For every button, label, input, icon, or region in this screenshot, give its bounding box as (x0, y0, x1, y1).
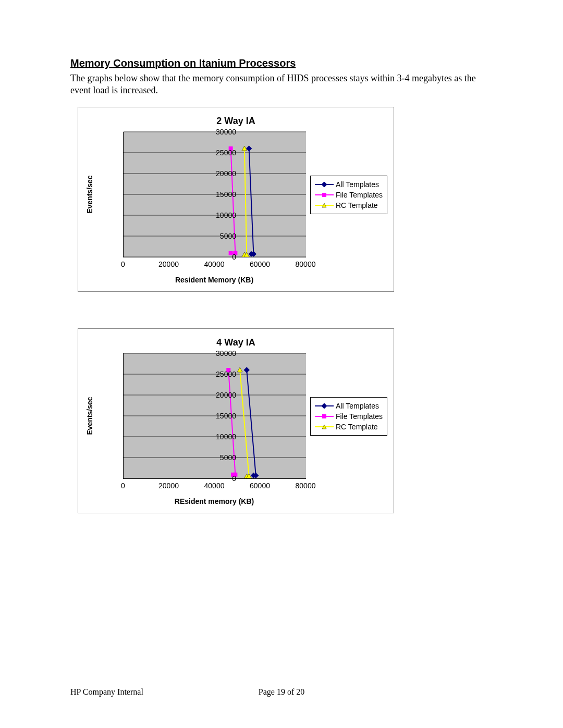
x-tick-label: 20000 (158, 260, 179, 268)
svg-rect-19 (322, 193, 326, 197)
svg-rect-17 (321, 182, 327, 187)
x-tick-label: 80000 (296, 482, 316, 490)
x-axis-label: Resident Memory (KB) (123, 276, 305, 284)
x-axis-label: REsident memory (KB) (123, 497, 305, 505)
y-tick-label: 30000 (205, 128, 236, 136)
section-heading: Memory Consumption on Itanium Processors (70, 57, 493, 69)
footer: HP Company Internal Page 19 of 20 (70, 687, 493, 697)
svg-marker-37 (237, 367, 242, 372)
footer-page: Page 19 of 20 (259, 687, 304, 697)
y-tick-label: 25000 (205, 370, 236, 378)
y-tick-label: 5000 (205, 232, 236, 240)
x-tick-label: 80000 (296, 260, 316, 268)
legend-label: RC Template (336, 201, 378, 209)
y-tick-label: 15000 (205, 412, 236, 420)
x-tick-label: 40000 (204, 482, 225, 490)
legend: All Templates File Templates RC Template (310, 397, 387, 436)
y-tick-label: 5000 (205, 453, 236, 462)
legend-label: RC Template (336, 423, 378, 431)
legend-label: File Templates (336, 191, 383, 199)
chart-4way: 4 Way IA Events/sec REsident memory (KB)… (78, 328, 394, 513)
svg-rect-31 (244, 367, 250, 373)
x-tick-label: 40000 (204, 260, 225, 268)
y-axis-label: Events/sec (85, 397, 94, 435)
legend-item-rc: RC Template (315, 422, 383, 432)
y-tick-label: 30000 (205, 349, 236, 357)
body-paragraph: The graphs below show that the memory co… (70, 72, 493, 96)
svg-marker-15 (242, 146, 247, 151)
footer-left: HP Company Internal (70, 687, 143, 696)
legend-item-all: All Templates (315, 179, 383, 190)
x-tick-label: 60000 (250, 260, 270, 268)
legend-item-file: File Templates (315, 190, 383, 200)
x-tick-label: 20000 (158, 482, 179, 490)
y-axis-label: Events/sec (85, 175, 94, 213)
svg-rect-39 (321, 403, 327, 409)
chart-2way: 2 Way IA Events/sec Resident Memory (KB)… (78, 107, 394, 292)
x-tick-label: 60000 (250, 482, 270, 490)
legend-item-rc: RC Template (315, 200, 383, 211)
y-tick-label: 25000 (205, 149, 236, 157)
legend: All Templates File Templates RC Template (310, 176, 387, 214)
y-tick-label: 20000 (205, 391, 236, 399)
legend-label: All Templates (336, 402, 379, 410)
legend-label: File Templates (336, 412, 383, 421)
svg-rect-41 (322, 414, 326, 418)
y-tick-label: 10000 (205, 433, 236, 441)
y-tick-label: 15000 (205, 190, 236, 199)
legend-item-all: All Templates (315, 401, 383, 411)
x-tick-label: 0 (121, 482, 125, 490)
y-tick-label: 10000 (205, 211, 236, 219)
legend-label: All Templates (336, 180, 379, 189)
x-tick-label: 0 (121, 260, 125, 268)
y-tick-label: 20000 (205, 169, 236, 178)
legend-item-file: File Templates (315, 411, 383, 422)
